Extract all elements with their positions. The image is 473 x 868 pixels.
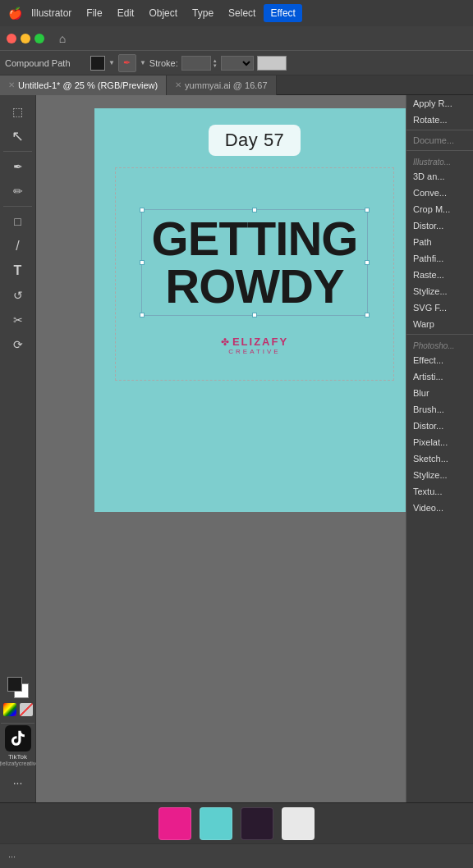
color-chip-pink[interactable]	[158, 807, 191, 840]
rotate-tool[interactable]: ⟳	[7, 333, 30, 356]
bottom-toolbar-item[interactable]: ···	[8, 852, 16, 861]
close-button[interactable]	[7, 34, 16, 43]
effect-apply-r[interactable]: Apply R...	[406, 95, 473, 112]
effect-video[interactable]: Video...	[406, 500, 473, 516]
tiktok-label: TikTok	[8, 753, 27, 761]
fill-color-swatch[interactable]	[7, 677, 22, 692]
handle-top-right[interactable]	[365, 208, 370, 212]
main-area: ⬚ ↖ ✒ ✏ □ / T ↺ ✂ ⟳	[0, 95, 473, 802]
pen-dropdown-arrow[interactable]: ▼	[140, 59, 146, 66]
tab-label-untitled: Untitled-1* @ 25 % (RGB/Preview)	[18, 80, 158, 90]
effect-warp[interactable]: Warp	[406, 316, 473, 332]
effect-rotate[interactable]: Rotate...	[406, 112, 473, 128]
panel-divider-3	[406, 334, 473, 335]
none-icon[interactable]	[20, 703, 33, 716]
effect-3d[interactable]: 3D an...	[406, 168, 473, 185]
section-photoshop: Photosho...	[406, 336, 473, 352]
handle-bottom-left[interactable]	[140, 313, 145, 318]
compound-path-label: Compound Path	[5, 58, 87, 68]
effect-brush[interactable]: Brush...	[406, 401, 473, 418]
effect-convert[interactable]: Conve...	[406, 185, 473, 201]
color-chip-dark[interactable]	[241, 807, 273, 840]
menu-select[interactable]: Select	[222, 4, 262, 22]
effect-blur[interactable]: Blur	[406, 385, 473, 401]
panel-divider-2	[406, 150, 473, 151]
menu-bar: 🍎 Illustrator File Edit Object Type Sele…	[0, 0, 473, 26]
handle-middle-left[interactable]	[140, 260, 145, 265]
more-tools[interactable]: ···	[7, 771, 30, 794]
main-text: GETTING ROWDY	[152, 215, 358, 310]
handle-middle-right[interactable]	[365, 260, 370, 265]
color-chip-light[interactable]	[282, 807, 315, 840]
brand-name: ELIZAFY	[232, 336, 288, 348]
menu-edit[interactable]: Edit	[111, 4, 141, 22]
menu-type[interactable]: Type	[186, 4, 220, 22]
panel-divider-1	[406, 130, 473, 130]
effect-crop[interactable]: Crop M...	[406, 201, 473, 217]
swatch-pair[interactable]	[7, 677, 29, 698]
pen-icon-button[interactable]: ✒	[118, 54, 136, 72]
minimize-button[interactable]	[21, 34, 30, 43]
color-swatches-tool	[3, 677, 33, 716]
brush-tool[interactable]: ✏	[7, 180, 30, 203]
effect-pathfinder[interactable]: Pathfi...	[406, 250, 473, 267]
effect-texture[interactable]: Textu...	[406, 483, 473, 500]
tiktok-handle: @elizafycreative	[0, 761, 39, 766]
tab-close-yummyai[interactable]: ✕	[175, 80, 181, 89]
effect-rasterize[interactable]: Raste...	[406, 267, 473, 283]
handle-top-center[interactable]	[252, 208, 257, 212]
fill-dropdown-arrow[interactable]: ▼	[108, 59, 115, 66]
brand-icon: ✤	[221, 336, 229, 348]
effect-pixelate[interactable]: Pixelat...	[406, 434, 473, 450]
tiktok-icon[interactable]	[5, 725, 31, 752]
select-direct-tool[interactable]: ⬚	[7, 100, 30, 123]
stroke-dropdown[interactable]	[221, 56, 254, 71]
gradient-icon[interactable]	[3, 703, 16, 716]
opacity-swatch	[257, 56, 287, 71]
home-icon[interactable]: ⌂	[54, 30, 71, 47]
effect-stylize-ill[interactable]: Stylize...	[406, 283, 473, 299]
stroke-stepper[interactable]: ▲▼	[213, 58, 218, 68]
type-tool[interactable]: T	[7, 259, 30, 282]
effect-effect[interactable]: Effect...	[406, 352, 473, 368]
effect-distort[interactable]: Distor...	[406, 217, 473, 234]
menu-effect[interactable]: Effect	[264, 4, 301, 22]
handle-top-left[interactable]	[140, 208, 145, 212]
pen-tool[interactable]: ✒	[7, 155, 30, 178]
line-tool[interactable]: /	[7, 235, 30, 258]
menu-file[interactable]: File	[80, 4, 108, 22]
main-text-line1: GETTING	[152, 215, 358, 263]
effect-svg[interactable]: SVG F...	[406, 299, 473, 316]
left-toolbar: ⬚ ↖ ✒ ✏ □ / T ↺ ✂ ⟳	[0, 95, 36, 802]
spiral-tool[interactable]: ↺	[7, 284, 30, 307]
effect-sketch[interactable]: Sketch...	[406, 450, 473, 467]
text-selection-box[interactable]: GETTING ROWDY	[141, 209, 369, 316]
traffic-lights	[7, 34, 44, 43]
tab-close-untitled[interactable]: ✕	[8, 80, 15, 89]
color-bar	[0, 802, 473, 843]
handle-bottom-right[interactable]	[365, 313, 370, 318]
shape-tool[interactable]: □	[7, 210, 30, 233]
tool-separator-2	[3, 206, 31, 207]
tool-separator-1	[3, 151, 31, 152]
stroke-value-input[interactable]	[181, 56, 211, 71]
effect-artistic[interactable]: Artisti...	[406, 368, 473, 385]
scissors-tool[interactable]: ✂	[7, 308, 30, 331]
tab-label-yummyai: yummyai.ai @ 16.67	[185, 80, 267, 90]
tab-untitled[interactable]: ✕ Untitled-1* @ 25 % (RGB/Preview)	[0, 75, 167, 95]
effect-document[interactable]: Docume...	[406, 132, 473, 148]
fill-swatch[interactable]	[90, 56, 105, 71]
menu-illustrator[interactable]: Illustrator	[25, 4, 78, 22]
tiktok-area: TikTok @elizafycreative	[0, 674, 39, 770]
effect-stylize-ps[interactable]: Stylize...	[406, 467, 473, 483]
brand-logo: ✤ ELIZAFY CREATIVE	[221, 336, 288, 355]
fullscreen-button[interactable]	[34, 34, 44, 43]
select-tool[interactable]: ↖	[7, 125, 30, 148]
apple-icon[interactable]: 🍎	[7, 5, 23, 21]
tab-yummyai[interactable]: ✕ yummyai.ai @ 16.67	[167, 75, 276, 95]
effect-path[interactable]: Path	[406, 234, 473, 250]
effect-distort-ps[interactable]: Distor...	[406, 418, 473, 434]
menu-object[interactable]: Object	[142, 4, 184, 22]
color-chip-teal[interactable]	[200, 807, 232, 840]
handle-bottom-center[interactable]	[252, 313, 257, 318]
